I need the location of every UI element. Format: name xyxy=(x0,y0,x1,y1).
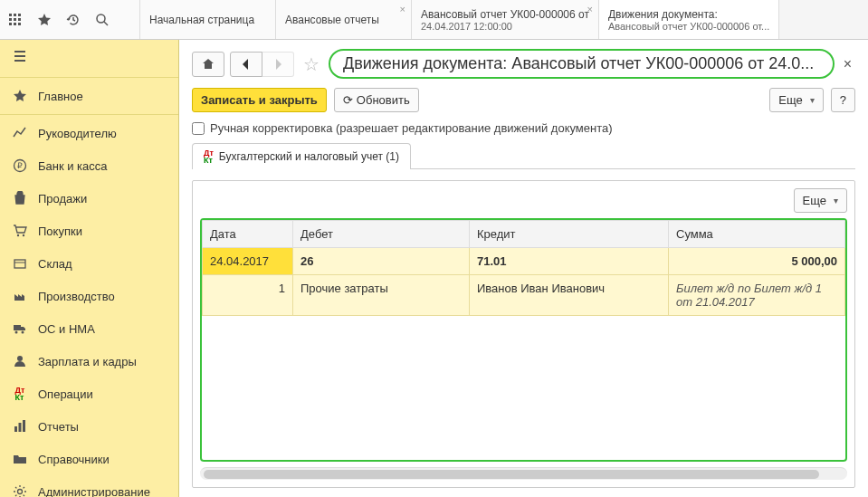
apps-icon[interactable] xyxy=(7,12,24,28)
tab-label: Авансовый отчет УК00-000006 от xyxy=(421,8,589,21)
tab-sublabel: 24.04.2017 12:00:00 xyxy=(421,21,589,32)
cell-credit-desc: Иванов Иван Иванович xyxy=(470,275,669,316)
home-button[interactable] xyxy=(192,52,224,77)
close-icon[interactable]: × xyxy=(400,4,405,14)
col-date[interactable]: Дата xyxy=(203,221,293,248)
sidebar-item-warehouse[interactable]: Склад xyxy=(0,247,178,280)
table-toolbar: Еще xyxy=(200,188,847,213)
tabs-bar: Начальная страница Авансовые отчеты × Ав… xyxy=(140,0,868,39)
sidebar-item-label: ОС и НМА xyxy=(38,322,95,336)
cell-note: Билет ж/д по Билет ж/д 1 от 21.04.2017 xyxy=(669,275,845,316)
page-header: ☆ Движения документа: Авансовый отчет УК… xyxy=(192,49,855,79)
tab-sublabel: Авансовый отчет УК00-000006 от... xyxy=(608,21,769,32)
cell-credit: 71.01 xyxy=(470,248,669,275)
col-credit[interactable]: Кредит xyxy=(470,221,669,248)
dtkt-icon: ДтКт xyxy=(13,387,27,401)
sidebar-item-sales[interactable]: Продажи xyxy=(0,182,178,215)
sidebar-item-manager[interactable]: Руководителю xyxy=(0,117,178,149)
help-button[interactable]: ? xyxy=(831,88,855,112)
command-bar: Записать и закрыть ⟳Обновить Еще ? xyxy=(192,88,855,112)
svg-rect-18 xyxy=(14,260,25,268)
content-area: ☆ Движения документа: Авансовый отчет УК… xyxy=(179,40,868,497)
sidebar-item-label: Склад xyxy=(38,257,72,271)
svg-rect-5 xyxy=(18,18,21,21)
sidebar-item-label: Главное xyxy=(38,90,83,103)
bag-icon xyxy=(13,191,27,205)
tab-home[interactable]: Начальная страница xyxy=(140,0,276,39)
truck-icon xyxy=(13,321,27,336)
nav-buttons xyxy=(230,52,294,77)
svg-rect-6 xyxy=(9,23,12,25)
sidebar-item-label: Справочники xyxy=(38,453,110,466)
sidebar-item-main[interactable]: Главное xyxy=(0,80,178,112)
dtkt-icon: ДтКт xyxy=(204,149,214,164)
forward-button[interactable] xyxy=(262,52,294,77)
save-close-button[interactable]: Записать и закрыть xyxy=(192,88,327,112)
sidebar-item-assets[interactable]: ОС и НМА xyxy=(0,312,178,345)
manual-edit-checkbox-row[interactable]: Ручная корректировка (разрешает редактир… xyxy=(192,121,855,135)
refresh-button[interactable]: ⟳Обновить xyxy=(334,88,419,112)
svg-rect-3 xyxy=(9,18,12,21)
sidebar-item-label: Банк и касса xyxy=(38,159,108,173)
page-title: Движения документа: Авансовый отчет УК00… xyxy=(329,49,835,79)
col-debit[interactable]: Дебет xyxy=(293,221,470,248)
tab-accounting[interactable]: ДтКт Бухгалтерский и налоговый учет (1) xyxy=(192,143,411,169)
svg-rect-23 xyxy=(14,426,17,432)
manual-edit-label: Ручная корректировка (разрешает редактир… xyxy=(210,121,613,135)
close-icon[interactable]: × xyxy=(840,56,855,72)
more-button[interactable]: Еще xyxy=(769,88,823,112)
table-row[interactable]: 24.04.2017 26 71.01 5 000,00 xyxy=(203,248,845,275)
star-icon[interactable] xyxy=(36,12,52,28)
tab-label: Начальная страница xyxy=(149,14,266,26)
tab-reports[interactable]: Авансовые отчеты × xyxy=(276,0,412,39)
svg-point-17 xyxy=(23,234,24,236)
main-layout: Главное Руководителю ₽ Банк и касса Прод… xyxy=(0,40,868,497)
tab-movements[interactable]: Движения документа: Авансовый отчет УК00… xyxy=(599,0,779,39)
sidebar: Главное Руководителю ₽ Банк и касса Прод… xyxy=(0,40,179,497)
search-icon[interactable] xyxy=(94,12,110,28)
history-icon[interactable] xyxy=(65,12,81,28)
table-more-button[interactable]: Еще xyxy=(794,188,847,213)
col-sum[interactable]: Сумма xyxy=(669,221,845,248)
sidebar-item-label: Администрирование xyxy=(38,485,150,498)
manual-edit-checkbox[interactable] xyxy=(192,122,205,135)
sidebar-item-operations[interactable]: ДтКт Операции xyxy=(0,378,178,410)
back-button[interactable] xyxy=(230,52,262,77)
cell-date: 24.04.2017 xyxy=(203,248,293,275)
svg-point-26 xyxy=(18,490,23,494)
svg-point-22 xyxy=(17,356,23,361)
cell-sum: 5 000,00 xyxy=(669,248,845,275)
horizontal-scrollbar[interactable] xyxy=(200,467,847,480)
sidebar-item-admin[interactable]: Администрирование xyxy=(0,475,178,497)
sidebar-item-purchases[interactable]: Покупки xyxy=(0,215,178,247)
tab-label: Авансовые отчеты xyxy=(285,14,402,26)
sidebar-item-bank[interactable]: ₽ Банк и касса xyxy=(0,149,178,182)
sidebar-item-reports[interactable]: Отчеты xyxy=(0,410,178,443)
top-toolbar: Начальная страница Авансовые отчеты × Ав… xyxy=(0,0,868,40)
scrollbar-thumb[interactable] xyxy=(204,470,819,479)
cell-debit-desc: Прочие затраты xyxy=(293,275,470,316)
sidebar-item-production[interactable]: Производство xyxy=(0,280,178,312)
svg-rect-0 xyxy=(9,14,12,16)
sidebar-item-catalogs[interactable]: Справочники xyxy=(0,443,178,475)
movements-table: Дата Дебет Кредит Сумма 24.04.2017 26 71… xyxy=(202,220,845,316)
sidebar-item-label: Продажи xyxy=(38,192,87,205)
table-row[interactable]: 1 Прочие затраты Иванов Иван Иванович Би… xyxy=(203,275,845,316)
cell-n: 1 xyxy=(203,275,293,316)
refresh-icon: ⟳ xyxy=(343,93,353,107)
svg-rect-7 xyxy=(14,23,16,25)
sidebar-toggle[interactable] xyxy=(0,40,178,75)
sidebar-item-label: Отчеты xyxy=(38,420,79,434)
tab-report-doc[interactable]: Авансовый отчет УК00-000006 от 24.04.201… xyxy=(412,0,599,39)
table-header-row: Дата Дебет Кредит Сумма xyxy=(203,221,845,248)
sidebar-item-label: Операции xyxy=(38,387,93,401)
svg-rect-8 xyxy=(18,23,21,25)
svg-point-16 xyxy=(17,234,19,236)
sidebar-item-hr[interactable]: Зарплата и кадры xyxy=(0,345,178,378)
svg-rect-2 xyxy=(18,14,21,16)
ruble-icon: ₽ xyxy=(13,158,27,173)
svg-point-9 xyxy=(97,14,105,23)
close-icon[interactable]: × xyxy=(587,4,592,14)
system-icons xyxy=(0,0,140,39)
favorite-icon[interactable]: ☆ xyxy=(300,53,323,75)
